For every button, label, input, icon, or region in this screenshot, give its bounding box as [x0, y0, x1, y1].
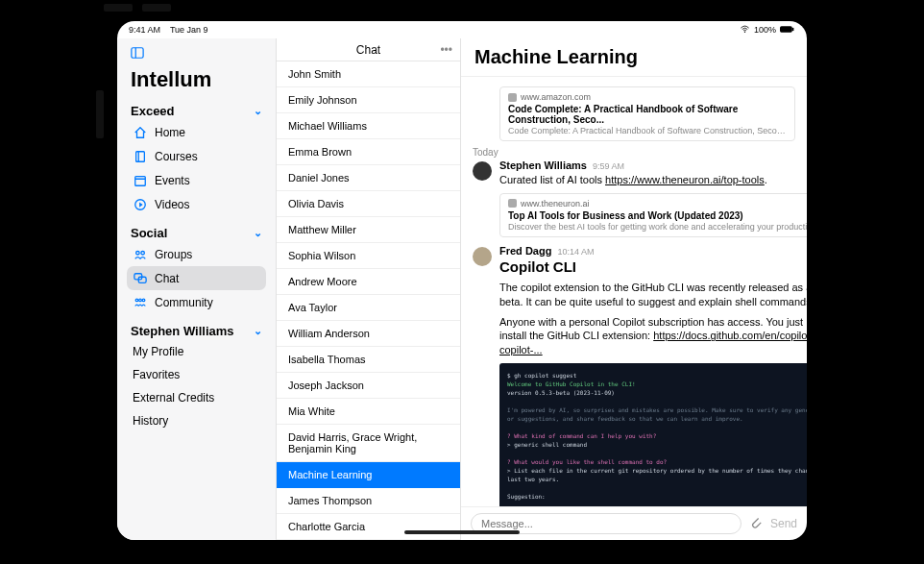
message-author: Stephen Williams [499, 159, 587, 171]
nav-label: Groups [155, 248, 192, 261]
day-separator: Today [473, 147, 795, 158]
section-header-user[interactable]: Stephen Williams ⌄ [127, 320, 266, 340]
chat-list-item[interactable]: Mia White [277, 399, 460, 425]
svg-point-11 [140, 251, 144, 255]
attach-icon[interactable] [749, 515, 763, 532]
nav-label: Favorites [133, 368, 180, 381]
link-domain: www.amazon.com [521, 92, 591, 102]
volume-up-button[interactable] [104, 4, 133, 12]
sidebar-item-groups[interactable]: Groups [127, 242, 266, 266]
nav-label: History [133, 414, 168, 428]
sidebar-item-home[interactable]: Home [127, 120, 266, 144]
status-bar: 9:41 AM Tue Jan 9 100% [117, 21, 807, 38]
sidebar-item-events[interactable]: Events [127, 168, 266, 192]
link-desc: Discover the best AI tools for getting w… [508, 222, 807, 232]
chevron-down-icon: ⌄ [254, 227, 262, 239]
svg-rect-2 [792, 27, 794, 30]
favicon-icon [508, 199, 517, 208]
chat-list-item[interactable]: Machine Learning [277, 462, 460, 488]
chat-list-item[interactable]: Sophia Wilson [277, 243, 460, 269]
content-column: Machine Learning www.amazon.com Code Com… [461, 38, 807, 540]
chat-list-item[interactable]: John Smith [277, 61, 460, 87]
svg-rect-7 [134, 176, 145, 185]
nav-label: Videos [155, 198, 189, 211]
section-label: Social [131, 226, 167, 240]
chat-list-item[interactable]: James Thompson [277, 488, 460, 514]
chat-list-item[interactable]: Michael Williams [277, 113, 460, 139]
battery-percent: 100% [754, 25, 776, 35]
chat-list-item[interactable]: Andrew Moore [277, 269, 460, 295]
book-icon [133, 149, 147, 163]
sidebar-item-favorites[interactable]: Favorites [127, 363, 266, 386]
link-preview-card[interactable]: www.amazon.com Code Complete: A Practica… [499, 86, 795, 141]
message-time: 9:59 AM [593, 161, 624, 171]
sidebar-item-community[interactable]: Community [127, 290, 266, 314]
message-time: 10:14 AM [557, 247, 594, 257]
chat-list-item[interactable]: Emily Johnson [277, 87, 460, 113]
chat-list-item[interactable]: Joseph Jackson [277, 373, 460, 399]
chat-column: Chat ••• John SmithEmily JohnsonMichael … [277, 38, 461, 540]
section-label: Stephen Williams [131, 324, 234, 338]
main-layout: Intellum Exceed ⌄ Home Courses Events [117, 38, 807, 540]
chat-list[interactable]: John SmithEmily JohnsonMichael WilliamsE… [277, 61, 460, 540]
sidebar-item-videos[interactable]: Videos [127, 192, 266, 216]
chat-list-item[interactable]: Matthew Miller [277, 217, 460, 243]
chat-list-item[interactable]: William Anderson [277, 321, 460, 347]
svg-point-0 [744, 31, 745, 32]
home-icon [133, 125, 147, 139]
nav-label: Chat [155, 272, 179, 285]
section-header-exceed[interactable]: Exceed ⌄ [127, 100, 266, 120]
groups-icon [133, 247, 147, 261]
chat-list-item[interactable]: Olivia Davis [277, 191, 460, 217]
home-indicator[interactable] [404, 530, 520, 534]
avatar[interactable] [473, 247, 492, 266]
status-date: Tue Jan 9 [170, 25, 208, 35]
nav-label: My Profile [133, 345, 183, 358]
more-icon[interactable]: ••• [440, 43, 452, 57]
svg-rect-3 [132, 48, 143, 59]
send-button[interactable]: Send [770, 517, 797, 530]
nav-label: Events [155, 174, 190, 187]
nav-label: Community [155, 296, 213, 309]
chat-list-item[interactable]: Isabella Thomas [277, 347, 460, 373]
chat-list-item[interactable]: Ava Taylor [277, 295, 460, 321]
link-preview-card[interactable]: www.theneuron.ai Top AI Tools for Busine… [499, 193, 807, 237]
svg-rect-1 [780, 26, 792, 32]
favicon-icon [508, 93, 517, 102]
message-author: Fred Dagg [499, 245, 551, 257]
messages-pane[interactable]: www.amazon.com Code Complete: A Practica… [461, 77, 807, 506]
chat-list-item[interactable]: Charlotte Garcia [277, 514, 460, 540]
message-link[interactable]: https://www.theneuron.ai/top-tools [605, 174, 765, 185]
section-label: Exceed [131, 104, 175, 118]
chat-list-item[interactable]: Daniel Jones [277, 165, 460, 191]
sidebar-item-courses[interactable]: Courses [127, 144, 266, 168]
section-header-social[interactable]: Social ⌄ [127, 222, 266, 242]
sidebar-item-history[interactable]: History [127, 409, 266, 432]
svg-rect-5 [135, 151, 144, 161]
chevron-down-icon: ⌄ [254, 325, 262, 337]
message-composer: Send [461, 506, 807, 540]
calendar-icon [133, 173, 147, 187]
svg-point-14 [135, 299, 138, 302]
chevron-down-icon: ⌄ [254, 105, 262, 117]
link-domain: www.theneuron.ai [521, 199, 590, 208]
sidebar-item-profile[interactable]: My Profile [127, 340, 266, 363]
nav-label: Home [155, 126, 185, 139]
avatar[interactable] [473, 161, 492, 181]
chat-list-item[interactable]: Emma Brown [277, 139, 460, 165]
sidebar-item-chat[interactable]: Chat [127, 266, 266, 290]
svg-point-15 [138, 299, 141, 302]
volume-down-button[interactable] [142, 4, 171, 12]
chat-list-item[interactable]: David Harris, Grace Wright, Benjamin Kin… [277, 425, 460, 462]
chat-icon [133, 271, 147, 285]
link-title: Top AI Tools for Business and Work (Upda… [508, 210, 807, 221]
battery-icon [780, 25, 795, 36]
power-button[interactable] [96, 90, 104, 138]
message: Stephen Williams 9:59 AM Curated list of… [473, 159, 795, 237]
svg-point-10 [135, 251, 139, 255]
sidebar-toggle-icon[interactable] [131, 46, 144, 62]
sidebar-item-external-credits[interactable]: External Credits [127, 386, 266, 409]
link-desc: Code Complete: A Practical Handbook of S… [508, 126, 787, 135]
message-text: Curated list of AI tools [499, 174, 605, 185]
wifi-icon [740, 24, 750, 37]
